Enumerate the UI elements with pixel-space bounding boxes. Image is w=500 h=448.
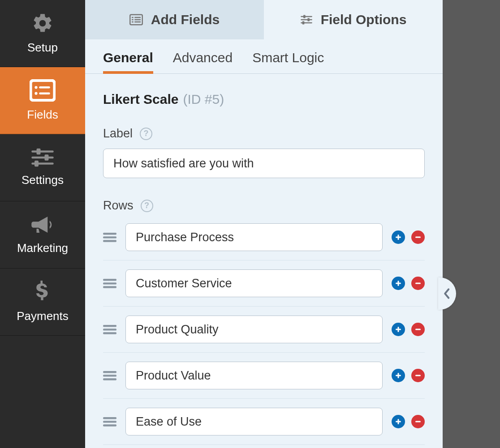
svg-point-3: [34, 92, 37, 95]
remove-row-button[interactable]: [411, 230, 425, 244]
field-id-text: (ID #5): [183, 92, 224, 107]
sub-tab-smart-logic[interactable]: Smart Logic: [252, 50, 324, 73]
form-fields-icon: [30, 79, 56, 102]
dollar-icon: [35, 281, 50, 303]
label-heading-row: Label ?: [103, 127, 425, 141]
row-value-input[interactable]: [125, 269, 383, 297]
field-options-content: Likert Scale (ID #5) Label ? Rows ?: [85, 74, 443, 448]
svg-rect-13: [134, 17, 141, 18]
bullhorn-icon: [30, 214, 55, 235]
svg-rect-34: [396, 283, 401, 284]
row-item: [103, 353, 425, 399]
svg-rect-21: [307, 18, 310, 21]
svg-rect-12: [132, 17, 134, 18]
sidebar-item-payments[interactable]: Payments: [0, 269, 85, 336]
tab-add-fields[interactable]: Add Fields: [85, 0, 264, 39]
drag-handle-icon[interactable]: [103, 277, 116, 289]
label-heading: Label: [103, 127, 133, 141]
help-icon[interactable]: ?: [140, 128, 152, 140]
sidebar-item-label: Setup: [27, 41, 58, 55]
svg-rect-26: [103, 240, 116, 242]
drag-handle-icon[interactable]: [103, 231, 116, 243]
svg-rect-35: [415, 283, 421, 284]
svg-rect-36: [103, 325, 116, 327]
row-actions: [392, 277, 425, 290]
sidebar-item-setup[interactable]: Setup: [0, 0, 85, 67]
add-row-button[interactable]: [392, 323, 405, 336]
remove-row-button[interactable]: [411, 323, 425, 336]
sliders-icon: [300, 14, 313, 25]
svg-rect-24: [103, 233, 116, 235]
svg-rect-32: [103, 286, 116, 288]
svg-rect-19: [303, 15, 306, 18]
svg-rect-50: [103, 424, 116, 426]
sidebar-item-settings[interactable]: Settings: [0, 134, 85, 201]
sub-tab-general[interactable]: General: [103, 50, 153, 73]
field-options-panel: Add Fields Field Options General Advance…: [85, 0, 443, 448]
sidebar-item-label: Fields: [27, 108, 58, 122]
row-item: [103, 221, 425, 260]
field-title-line: Likert Scale (ID #5): [103, 92, 425, 107]
remove-row-button[interactable]: [411, 415, 425, 428]
svg-rect-0: [30, 81, 55, 101]
list-fields-icon: [129, 14, 143, 26]
svg-rect-18: [301, 16, 312, 17]
svg-rect-16: [132, 21, 134, 23]
sub-tab-advanced[interactable]: Advanced: [173, 50, 233, 73]
sidebar-item-label: Marketing: [17, 241, 68, 255]
add-row-button[interactable]: [392, 369, 405, 382]
tab-field-options[interactable]: Field Options: [264, 0, 443, 39]
sidebar-item-label: Settings: [22, 173, 64, 187]
sliders-icon: [30, 148, 55, 167]
svg-rect-14: [132, 19, 134, 21]
sidebar-item-marketing[interactable]: Marketing: [0, 201, 85, 269]
row-actions: [392, 230, 425, 244]
row-actions: [392, 415, 425, 428]
svg-rect-42: [103, 371, 116, 373]
svg-rect-23: [302, 21, 304, 25]
remove-row-button[interactable]: [411, 369, 425, 382]
field-label-input[interactable]: [103, 149, 425, 178]
help-icon[interactable]: ?: [141, 200, 153, 212]
remove-row-button[interactable]: [411, 277, 425, 290]
svg-rect-49: [103, 421, 116, 422]
svg-rect-5: [31, 150, 54, 153]
row-value-input[interactable]: [125, 362, 383, 389]
svg-rect-28: [396, 237, 401, 238]
row-item: [103, 260, 425, 307]
svg-rect-53: [415, 421, 421, 422]
tab-label: Add Fields: [151, 12, 220, 27]
drag-handle-icon[interactable]: [103, 370, 116, 381]
panel-collapse-handle[interactable]: [438, 277, 456, 310]
add-row-button[interactable]: [392, 230, 405, 244]
svg-point-1: [34, 86, 37, 89]
row-value-input[interactable]: [125, 316, 383, 343]
rows-heading-row: Rows ?: [103, 199, 425, 213]
svg-rect-4: [39, 92, 50, 94]
row-actions: [392, 323, 425, 336]
svg-rect-47: [415, 375, 421, 376]
row-value-input[interactable]: [125, 223, 383, 251]
svg-rect-25: [103, 236, 116, 238]
panel-top-tabs: Add Fields Field Options: [85, 0, 443, 39]
add-row-button[interactable]: [392, 277, 405, 290]
sidebar-item-fields[interactable]: Fields: [0, 67, 85, 134]
field-type-title: Likert Scale: [103, 92, 178, 107]
rows-list: [103, 221, 425, 445]
svg-rect-10: [34, 161, 39, 167]
add-row-button[interactable]: [392, 415, 405, 428]
drag-handle-icon[interactable]: [103, 416, 116, 427]
tab-label: Field Options: [321, 12, 407, 27]
svg-rect-30: [103, 279, 116, 281]
svg-rect-15: [134, 19, 141, 21]
builder-sidebar: Setup Fields Settings Marketing Payments: [0, 0, 85, 448]
sidebar-item-label: Payments: [17, 309, 69, 323]
row-value-input[interactable]: [125, 408, 383, 435]
svg-rect-40: [396, 329, 401, 330]
svg-rect-52: [396, 421, 401, 422]
drag-handle-icon[interactable]: [103, 324, 116, 335]
svg-rect-41: [415, 329, 421, 330]
svg-rect-2: [39, 86, 50, 88]
svg-rect-46: [396, 375, 401, 376]
app-root: Setup Fields Settings Marketing Payments: [0, 0, 500, 448]
